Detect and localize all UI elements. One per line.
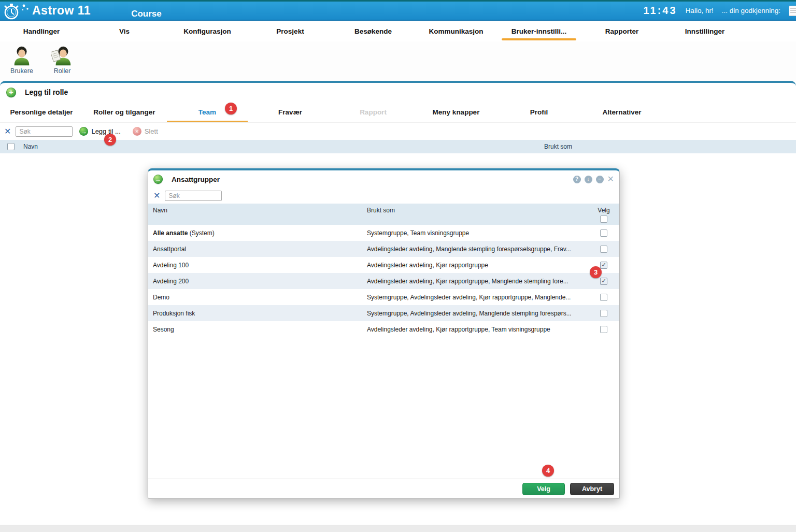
ribbon-button-label: Roller <box>54 67 71 75</box>
add-team-button[interactable]: → Legg til ... <box>79 127 120 136</box>
menu-item-konfigurasjon[interactable]: Konfigurasjon <box>166 21 249 41</box>
help-icon[interactable]: ? <box>573 176 581 183</box>
select-button-label: Velg <box>537 485 550 493</box>
ribbon-button-roller[interactable]: Roller <box>49 45 76 81</box>
menu-item-label: Bruker-innstilli... <box>511 27 567 35</box>
tab-personlige-detaljer[interactable]: Personlige detaljer <box>0 102 83 122</box>
row-checkbox[interactable] <box>600 229 607 237</box>
menu-item-label: Innstillinger <box>685 27 725 35</box>
cancel-button[interactable]: Avbryt <box>570 483 614 495</box>
rollup-icon[interactable]: ↓ <box>585 176 592 183</box>
dialog-search-input[interactable] <box>165 191 222 201</box>
tab-label: Team <box>198 108 216 116</box>
menu-item-besøkende[interactable]: Besøkende <box>332 21 415 41</box>
dialog-title: Ansattgrupper <box>172 176 220 183</box>
group-used-as: Systemgruppe, Avdelingsleder avdeling, M… <box>367 310 588 317</box>
group-name: Avdeling 100 <box>148 262 367 269</box>
ribbon-button-brukere[interactable]: Brukere <box>8 45 35 81</box>
delete-team-label: Slett <box>145 127 158 135</box>
astrow-app-window: Astrow 11 Course 11:43 Hallo, hr! ... di… <box>0 0 796 532</box>
row-checkbox[interactable] <box>600 310 607 317</box>
group-used-as: Avdelingsleder avdeling, Kjør rapportgru… <box>367 326 588 333</box>
group-row-avdeling-200[interactable]: Avdeling 200Avdelingsleder avdeling, Kjø… <box>148 273 619 289</box>
tab-profil[interactable]: Profil <box>497 102 580 122</box>
group-name: Demo <box>148 294 367 301</box>
tab-label: Profil <box>530 108 548 116</box>
dialog-column-brukt-som: Brukt som <box>367 207 588 223</box>
menu-item-innstillinger[interactable]: Innstillinger <box>663 21 746 41</box>
top-bar-right: 11:43 Hallo, hr! ... din godkjenning: <box>644 5 796 17</box>
tab-team[interactable]: Team1 <box>166 102 249 122</box>
dialog-window-controls: ? ↓ – ✕ <box>573 175 614 183</box>
ribbon-button-label: Brukere <box>10 67 33 75</box>
dialog-header[interactable]: → Ansattgrupper ? ↓ – ✕ <box>148 170 619 188</box>
group-row-produksjon-fisk[interactable]: Produksjon fiskSystemgruppe, Avdelingsle… <box>148 305 619 321</box>
group-row-alle-ansatte[interactable]: Alle ansatte (System)Systemgruppe, Team … <box>148 225 619 241</box>
select-button[interactable]: Velg <box>522 483 565 495</box>
menu-item-label: Konfigurasjon <box>183 27 231 35</box>
step-badge-4: 4 <box>542 465 554 477</box>
tab-label: Alternativer <box>602 108 641 116</box>
cancel-button-label: Avbryt <box>582 485 602 493</box>
dialog-search-row: ✕ <box>148 188 619 204</box>
row-checkbox[interactable] <box>600 246 607 253</box>
tab-rapport[interactable]: Rapport <box>332 102 415 122</box>
menu-item-rapporter[interactable]: Rapporter <box>580 21 663 41</box>
tab-label: Personlige detaljer <box>10 108 73 116</box>
horizontal-scrollbar[interactable] <box>0 525 796 532</box>
add-team-label: Legg til ... <box>91 127 120 135</box>
menu-item-vis[interactable]: Vis <box>83 21 166 41</box>
group-used-as: Systemgruppe, Avdelingsleder avdeling, K… <box>367 294 588 301</box>
approval-notification-icon[interactable] <box>789 6 796 16</box>
clear-search-icon[interactable]: ✕ <box>4 127 11 136</box>
close-icon[interactable]: ✕ <box>607 175 614 183</box>
menu-item-bruker-innstilli[interactable]: Bruker-innstilli... <box>497 21 580 41</box>
add-icon: + <box>6 88 16 97</box>
menu-item-handlinger[interactable]: Handlinger <box>0 21 83 41</box>
menu-item-label: Rapporter <box>605 27 639 35</box>
clock-display: 11:43 <box>644 5 677 17</box>
step-badge-1: 1 <box>225 103 237 114</box>
row-checkbox[interactable] <box>600 326 607 333</box>
group-row-avdeling-100[interactable]: Avdeling 100Avdelingsleder avdeling, Kjø… <box>148 257 619 273</box>
team-table-header: Navn Brukt som <box>0 140 796 153</box>
menu-item-prosjekt[interactable]: Prosjekt <box>249 21 332 41</box>
column-header-navn: Navn <box>23 143 38 150</box>
group-row-demo[interactable]: DemoSystemgruppe, Avdelingsleder avdelin… <box>148 289 619 305</box>
dialog-column-velg: Velg <box>598 207 609 214</box>
minimize-icon[interactable]: – <box>596 176 604 183</box>
dialog-footer: Velg Avbryt <box>148 479 619 498</box>
row-checkbox[interactable]: ✓ <box>600 278 607 285</box>
tab-label: Fravær <box>278 108 302 116</box>
dialog-select-all-checkbox[interactable] <box>600 215 607 223</box>
user-greeting: Hallo, hr! <box>686 7 714 15</box>
group-row-ansattportal[interactable]: AnsattportalAvdelingsleder avdeling, Man… <box>148 241 619 257</box>
tab-alternativer[interactable]: Alternativer <box>580 102 663 122</box>
group-used-as: Avdelingsleder avdeling, Kjør rapportgru… <box>367 262 588 269</box>
menu-item-kommunikasjon[interactable]: Kommunikasjon <box>415 21 497 41</box>
menu-item-label: Handlinger <box>23 27 60 35</box>
select-all-checkbox[interactable] <box>7 143 15 150</box>
delete-team-button[interactable]: ✕ Slett <box>133 127 158 136</box>
row-checkbox[interactable] <box>600 294 607 301</box>
top-bar: Astrow 11 Course 11:43 Hallo, hr! ... di… <box>0 0 796 21</box>
dialog-clear-search-icon[interactable]: ✕ <box>153 192 160 200</box>
group-name: Produksjon fisk <box>148 310 367 317</box>
row-checkbox[interactable]: ✓ <box>600 262 607 269</box>
group-row-sesong[interactable]: SesongAvdelingsleder avdeling, Kjør rapp… <box>148 321 619 337</box>
dialog-empty-area <box>148 337 619 479</box>
team-search-input[interactable] <box>16 126 73 137</box>
tab-roller-og-tilganger[interactable]: Roller og tilganger <box>83 102 166 122</box>
group-name: Ansattportal <box>148 246 367 253</box>
tab-fravær[interactable]: Fravær <box>249 102 332 122</box>
approval-label: ... din godkjenning: <box>722 7 780 15</box>
group-used-as: Avdelingsleder avdeling, Manglende stemp… <box>367 246 588 253</box>
tab-meny-knapper[interactable]: Meny knapper <box>415 102 497 122</box>
stopwatch-logo-icon <box>0 2 32 20</box>
dialog-column-navn: Navn <box>148 207 367 223</box>
panel-title: Legg til rolle <box>25 88 68 96</box>
module-label: Course <box>131 9 162 19</box>
user-with-notepad-icon <box>51 45 73 67</box>
menu-item-label: Besøkende <box>354 27 392 35</box>
tab-label: Rapport <box>360 108 387 116</box>
